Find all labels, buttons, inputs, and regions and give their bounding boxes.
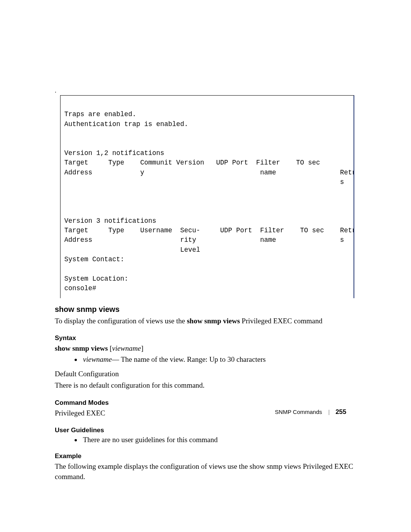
user-guidelines-heading: User Guidelines — [55, 427, 360, 434]
footer-section: SNMP Commands — [275, 409, 322, 415]
console-output-box: Traps are enabled. Authentication trap i… — [60, 95, 354, 298]
code-line: Traps are enabled. — [64, 110, 136, 118]
page-footer: SNMP Commands 255 — [0, 408, 411, 416]
bracket-close: ] — [141, 344, 143, 352]
code-header: Target Type Communit Version UDP Port Fi… — [64, 159, 320, 166]
leading-dot: . — [55, 88, 360, 94]
footer-separator — [329, 410, 329, 415]
code-header: Target Type Username Secu- UDP Port Filt… — [64, 227, 354, 234]
intro-pre: To display the configuration of views us… — [55, 317, 187, 325]
example-heading: Example — [55, 452, 360, 460]
code-line: Version 3 notifications — [64, 217, 156, 225]
param-dash: — — [112, 355, 121, 363]
guidelines-list: There are no user guidelines for this co… — [55, 436, 360, 444]
intro-post: Privileged EXEC command — [240, 317, 322, 325]
syntax-arg: viewname — [112, 344, 141, 352]
code-line: Authentication trap is enabled. — [64, 120, 188, 128]
intro-cmd: show snmp views — [187, 317, 240, 325]
default-config-text: There is no default configuration for th… — [55, 380, 360, 391]
syntax-params-list: viewname— The name of the view. Range: U… — [55, 355, 360, 364]
syntax-heading: Syntax — [55, 334, 360, 342]
param-name: viewname — [83, 355, 112, 363]
section-heading-show-snmp-views: show snmp views — [55, 305, 360, 314]
code-line: System Contact: — [64, 256, 124, 263]
syntax-cmd: show snmp views — [55, 344, 108, 352]
code-line: System Location: — [64, 275, 128, 283]
code-header: s — [64, 178, 344, 186]
example-text: The following example displays the confi… — [55, 462, 360, 482]
bracket-open: [ — [108, 344, 112, 352]
command-modes-heading: Command Modes — [55, 399, 360, 407]
param-text: The name of the view. Range: Up to 30 ch… — [121, 355, 266, 363]
section-intro: To display the configuration of views us… — [55, 316, 360, 326]
code-header: Level — [64, 246, 200, 254]
syntax-line: show snmp views [viewname] — [55, 343, 360, 354]
code-line: console# — [64, 284, 96, 292]
code-header: Address rity name s — [64, 236, 344, 244]
footer-page-number: 255 — [336, 408, 346, 415]
syntax-param-item: viewname— The name of the view. Range: U… — [81, 355, 360, 364]
default-config-label: Default Configuration — [55, 369, 360, 379]
guidelines-item: There are no user guidelines for this co… — [81, 436, 360, 444]
code-line: Version 1,2 notifications — [64, 149, 164, 157]
code-header: Address y name Retrie — [64, 169, 354, 176]
